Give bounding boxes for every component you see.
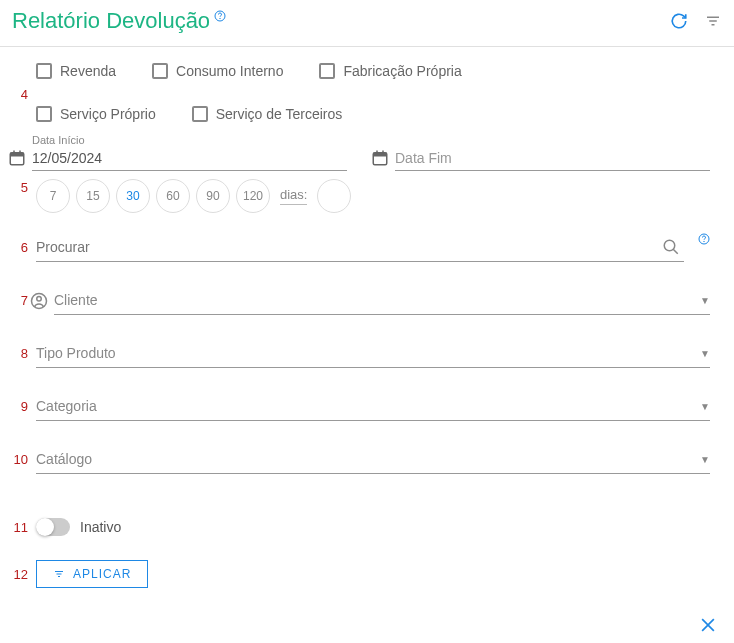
svg-point-13 bbox=[664, 240, 675, 251]
step-number: 10 bbox=[8, 452, 28, 467]
apply-label: APLICAR bbox=[73, 567, 131, 581]
step-number: 8 bbox=[8, 346, 28, 361]
svg-line-14 bbox=[673, 249, 678, 254]
svg-rect-10 bbox=[373, 153, 387, 157]
checkbox-fabricacao-propria[interactable]: Fabricação Própria bbox=[319, 63, 461, 79]
search-icon[interactable] bbox=[662, 238, 680, 256]
page-title: Relatório Devolução bbox=[12, 8, 210, 34]
day-range-chips: 7 15 30 60 90 120 dias: bbox=[8, 179, 710, 213]
select-cliente[interactable]: Cliente ▼ bbox=[54, 286, 710, 315]
svg-rect-6 bbox=[10, 153, 24, 157]
checkbox-row-2: Serviço Próprio Serviço de Terceiros bbox=[8, 106, 710, 122]
filter-list-icon[interactable] bbox=[704, 12, 722, 30]
date-inicio-label: Data Início bbox=[32, 134, 85, 146]
chip-15[interactable]: 15 bbox=[76, 179, 110, 213]
step-number: 9 bbox=[8, 399, 28, 414]
select-categoria[interactable]: Categoria ▼ bbox=[36, 392, 710, 421]
chip-30[interactable]: 30 bbox=[116, 179, 150, 213]
checkbox-revenda[interactable]: Revenda bbox=[36, 63, 116, 79]
select-label: Cliente bbox=[54, 292, 700, 308]
chip-90[interactable]: 90 bbox=[196, 179, 230, 213]
chevron-down-icon: ▼ bbox=[700, 295, 710, 306]
calendar-icon[interactable] bbox=[8, 149, 26, 167]
step-number: 6 bbox=[8, 240, 28, 255]
svg-point-1 bbox=[220, 18, 221, 19]
chip-120[interactable]: 120 bbox=[236, 179, 270, 213]
checkbox-label: Fabricação Própria bbox=[343, 63, 461, 79]
date-fim-input[interactable] bbox=[395, 146, 710, 171]
dias-label: dias: bbox=[280, 187, 307, 205]
select-label: Tipo Produto bbox=[36, 345, 700, 361]
checkbox-row-1: Revenda Consumo Interno Fabricação Própr… bbox=[8, 63, 710, 79]
step-number: 12 bbox=[8, 567, 28, 582]
checkbox-label: Consumo Interno bbox=[176, 63, 283, 79]
date-inicio-field: Data Início bbox=[8, 146, 347, 171]
step-number: 5 bbox=[8, 180, 28, 195]
search-input[interactable] bbox=[36, 233, 662, 261]
chevron-down-icon: ▼ bbox=[700, 348, 710, 359]
calendar-icon[interactable] bbox=[371, 149, 389, 167]
step-number: 11 bbox=[8, 520, 28, 535]
chip-custom-days[interactable] bbox=[317, 179, 351, 213]
checkbox-label: Serviço Próprio bbox=[60, 106, 156, 122]
svg-point-16 bbox=[704, 241, 705, 242]
chip-60[interactable]: 60 bbox=[156, 179, 190, 213]
refresh-icon[interactable] bbox=[670, 12, 688, 30]
apply-button[interactable]: APLICAR bbox=[36, 560, 148, 588]
checkbox-label: Revenda bbox=[60, 63, 116, 79]
step-number: 7 bbox=[8, 293, 28, 308]
toggle-label: Inativo bbox=[80, 519, 121, 535]
page-header: Relatório Devolução bbox=[0, 0, 734, 47]
step-number: 4 bbox=[8, 87, 28, 102]
svg-point-18 bbox=[37, 296, 42, 301]
select-catalogo[interactable]: Catálogo ▼ bbox=[36, 445, 710, 474]
help-icon[interactable] bbox=[214, 10, 226, 22]
checkbox-servico-terceiros[interactable]: Serviço de Terceiros bbox=[192, 106, 343, 122]
checkbox-servico-proprio[interactable]: Serviço Próprio bbox=[36, 106, 156, 122]
date-fim-field bbox=[371, 146, 710, 171]
toggle-inativo[interactable] bbox=[36, 518, 70, 536]
date-inicio-input[interactable] bbox=[32, 146, 347, 171]
filter-icon bbox=[53, 568, 65, 580]
search-field bbox=[36, 233, 684, 262]
checkbox-consumo-interno[interactable]: Consumo Interno bbox=[152, 63, 283, 79]
chip-7[interactable]: 7 bbox=[36, 179, 70, 213]
chevron-down-icon: ▼ bbox=[700, 401, 710, 412]
filter-form: Revenda Consumo Interno Fabricação Própr… bbox=[0, 47, 734, 612]
help-icon[interactable] bbox=[698, 233, 710, 245]
select-label: Catálogo bbox=[36, 451, 700, 467]
select-label: Categoria bbox=[36, 398, 700, 414]
person-icon bbox=[30, 292, 48, 310]
select-tipo-produto[interactable]: Tipo Produto ▼ bbox=[36, 339, 710, 368]
chevron-down-icon: ▼ bbox=[700, 454, 710, 465]
checkbox-label: Serviço de Terceiros bbox=[216, 106, 343, 122]
